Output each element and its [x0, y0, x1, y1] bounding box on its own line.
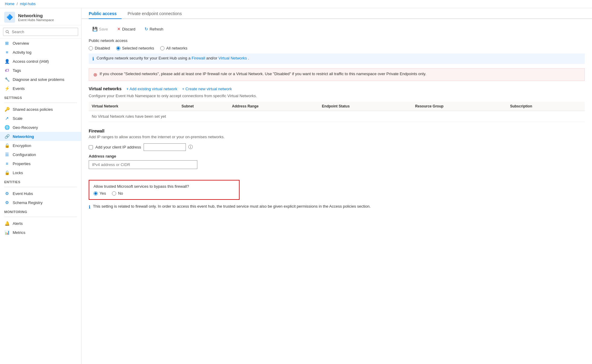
trusted-yes-option[interactable]: Yes — [94, 191, 106, 196]
main-content: Public access Private endpoint connectio… — [81, 8, 592, 364]
error-icon: ⊗ — [93, 72, 97, 78]
network-access-section: Public network access Disabled Selected … — [89, 38, 585, 81]
sidebar-item-events[interactable]: ⚡ Events — [0, 84, 81, 93]
tab-public-access[interactable]: Public access — [89, 8, 122, 19]
network-access-options: Disabled Selected networks All networks — [89, 46, 585, 50]
virtual-networks-section: Virtual networks + Add existing virtual … — [89, 86, 585, 122]
alerts-icon: 🔔 — [4, 221, 10, 226]
sidebar-item-tags[interactable]: 🏷 Tags — [0, 66, 81, 75]
locks-icon: 🔒 — [4, 170, 10, 175]
sidebar-item-diagnose[interactable]: 🔧 Diagnose and solve problems — [0, 75, 81, 84]
save-button[interactable]: 💾 Save — [89, 25, 112, 33]
address-range-input[interactable] — [89, 160, 197, 169]
settings-section-label: Settings — [0, 93, 81, 101]
activity-log-icon: ≡ — [4, 50, 10, 55]
geo-recovery-icon: 🌐 — [4, 125, 10, 130]
radio-selected-networks-label: Selected networks — [122, 46, 154, 50]
sidebar-item-activity-log[interactable]: ≡ Activity log — [0, 48, 81, 57]
sidebar-item-encryption[interactable]: 🔒 Encryption — [0, 141, 81, 150]
metrics-icon: 📊 — [4, 230, 10, 235]
sidebar-item-schema-registry[interactable]: ⚙ Schema Registry — [0, 198, 81, 207]
radio-disabled-input[interactable] — [89, 46, 93, 50]
sidebar: 🔷 Networking Event Hubs Namespace ⊞ Over… — [0, 8, 81, 364]
breadcrumb-home[interactable]: Home — [5, 2, 14, 6]
virtual-networks-link[interactable]: Virtual Networks — [218, 56, 247, 60]
trusted-yes-input[interactable] — [94, 191, 98, 196]
properties-icon: ≡ — [4, 161, 10, 166]
trusted-services-wrapper: Allow trusted Microsoft services to bypa… — [89, 174, 585, 210]
iam-icon: 👤 — [4, 59, 10, 64]
sidebar-item-label: Encryption — [13, 143, 31, 148]
tags-icon: 🏷 — [4, 68, 10, 73]
sidebar-item-label: Shared access policies — [13, 107, 53, 112]
sidebar-item-label: Geo-Recovery — [13, 125, 38, 130]
radio-disabled[interactable]: Disabled — [89, 46, 110, 50]
sidebar-item-overview[interactable]: ⊞ Overview — [0, 39, 81, 48]
client-ip-row: Add your client IP address ⓘ — [89, 143, 585, 151]
schema-registry-icon: ⚙ — [4, 200, 10, 205]
sidebar-item-networking[interactable]: 🔗 Networking — [0, 132, 81, 141]
sidebar-item-alerts[interactable]: 🔔 Alerts — [0, 219, 81, 228]
scale-icon: ↗ — [4, 116, 10, 121]
col-subnet: Subnet — [178, 102, 229, 111]
search-input[interactable] — [3, 28, 78, 36]
sidebar-item-event-hubs[interactable]: ⚙ Event Hubs — [0, 189, 81, 198]
sidebar-item-locks[interactable]: 🔒 Locks — [0, 168, 81, 177]
sidebar-item-label: Event Hubs — [13, 191, 33, 196]
sidebar-item-configuration[interactable]: ☰ Configuration — [0, 150, 81, 159]
sidebar-item-label: Locks — [13, 171, 23, 175]
encryption-icon: 🔒 — [4, 143, 10, 148]
sidebar-item-properties[interactable]: ≡ Properties — [0, 159, 81, 168]
sidebar-item-label: Activity log — [13, 50, 31, 55]
info-box: ℹ Configure network security for your Ev… — [89, 53, 585, 64]
col-address-range: Address Range — [229, 102, 319, 111]
sidebar-item-label: Schema Registry — [13, 200, 43, 205]
firewall-link[interactable]: Firewall — [192, 56, 205, 60]
discard-icon: ✕ — [117, 27, 121, 31]
col-virtual-network: Virtual Network — [89, 102, 178, 111]
refresh-button[interactable]: ↻ Refresh — [141, 25, 167, 33]
sidebar-item-label: Properties — [13, 161, 30, 166]
radio-all-networks-input[interactable] — [160, 46, 164, 50]
sidebar-item-shared-access[interactable]: 🔑 Shared access policies — [0, 105, 81, 114]
sidebar-item-geo-recovery[interactable]: 🌐 Geo-Recovery — [0, 123, 81, 132]
discard-button[interactable]: ✕ Discard — [113, 25, 139, 33]
trusted-no-option[interactable]: No — [112, 191, 123, 196]
monitoring-divider — [4, 217, 77, 217]
shared-access-icon: 🔑 — [4, 107, 10, 112]
error-text: If you choose "Selected networks", pleas… — [100, 72, 426, 76]
namespace-icon: 🔷 — [4, 12, 15, 23]
trusted-services-label: Allow trusted Microsoft services to bypa… — [94, 184, 235, 189]
breadcrumb: Home / mlpl-hubs — [0, 0, 592, 8]
trusted-yes-label: Yes — [100, 191, 106, 196]
table-row-empty: No Virtual Network rules have been set y… — [89, 111, 585, 122]
radio-disabled-label: Disabled — [95, 46, 110, 50]
client-ip-input[interactable] — [144, 143, 186, 151]
radio-selected-networks[interactable]: Selected networks — [116, 46, 154, 50]
sidebar-item-label: Alerts — [13, 221, 23, 226]
sidebar-item-label: Configuration — [13, 152, 36, 157]
sidebar-item-metrics[interactable]: 📊 Metrics — [0, 228, 81, 237]
vnet-empty-message: No Virtual Network rules have been set y… — [89, 111, 585, 122]
sidebar-item-scale[interactable]: ↗ Scale — [0, 114, 81, 123]
client-ip-checkbox[interactable] — [89, 145, 93, 149]
sidebar-item-label: Diagnose and solve problems — [13, 77, 64, 82]
trusted-radios: Yes No — [94, 191, 235, 196]
networking-icon: 🔗 — [4, 134, 10, 139]
create-new-vnet-link[interactable]: + Create new virtual network — [182, 87, 232, 91]
trusted-no-input[interactable] — [112, 191, 116, 196]
radio-selected-networks-input[interactable] — [116, 46, 120, 50]
sidebar-item-access-control[interactable]: 👤 Access control (IAM) — [0, 57, 81, 66]
sidebar-item-label: Tags — [13, 68, 21, 73]
address-range-label: Address range — [89, 154, 585, 158]
entities-section-label: Entities — [0, 177, 81, 185]
sidebar-item-label: Metrics — [13, 230, 25, 235]
col-subscription: Subscription — [507, 102, 585, 111]
radio-all-networks[interactable]: All networks — [160, 46, 187, 50]
info-icon: ℹ — [92, 56, 94, 62]
add-existing-vnet-link[interactable]: + Add existing virtual network — [126, 87, 177, 91]
sidebar-item-label: Overview — [13, 41, 29, 46]
breadcrumb-resource[interactable]: mlpl-hubs — [20, 2, 36, 6]
tab-private-endpoint[interactable]: Private endpoint connections — [128, 8, 187, 19]
events-icon: ⚡ — [4, 86, 10, 91]
